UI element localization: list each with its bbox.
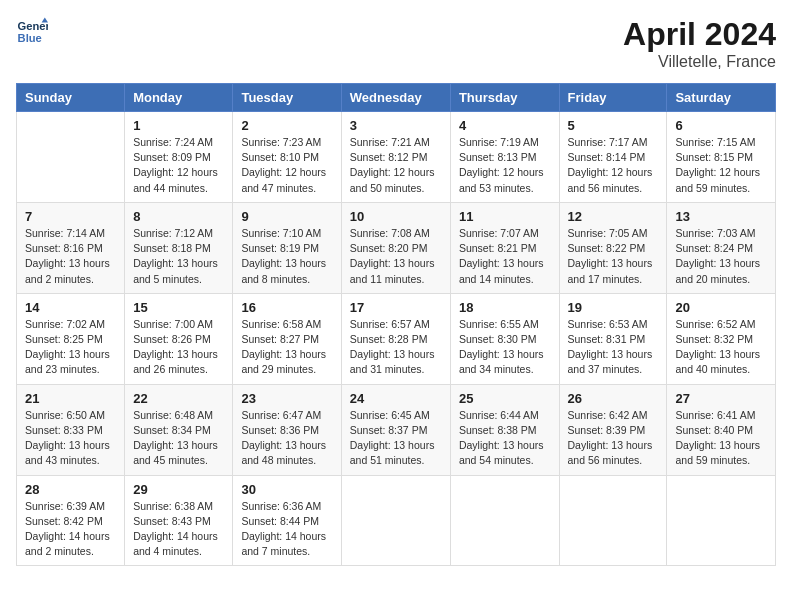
calendar-cell: 26Sunrise: 6:42 AMSunset: 8:39 PMDayligh…	[559, 384, 667, 475]
day-info: Sunrise: 7:10 AMSunset: 8:19 PMDaylight:…	[241, 226, 332, 287]
day-number: 16	[241, 300, 332, 315]
day-number: 18	[459, 300, 551, 315]
calendar-week-row: 21Sunrise: 6:50 AMSunset: 8:33 PMDayligh…	[17, 384, 776, 475]
day-number: 10	[350, 209, 442, 224]
day-number: 14	[25, 300, 116, 315]
day-number: 2	[241, 118, 332, 133]
svg-text:Blue: Blue	[18, 32, 42, 44]
calendar-cell: 10Sunrise: 7:08 AMSunset: 8:20 PMDayligh…	[341, 202, 450, 293]
day-number: 25	[459, 391, 551, 406]
day-number: 26	[568, 391, 659, 406]
day-info: Sunrise: 6:39 AMSunset: 8:42 PMDaylight:…	[25, 499, 116, 560]
calendar-cell: 30Sunrise: 6:36 AMSunset: 8:44 PMDayligh…	[233, 475, 341, 566]
day-info: Sunrise: 7:24 AMSunset: 8:09 PMDaylight:…	[133, 135, 224, 196]
day-number: 7	[25, 209, 116, 224]
weekday-header: Wednesday	[341, 84, 450, 112]
day-info: Sunrise: 7:03 AMSunset: 8:24 PMDaylight:…	[675, 226, 767, 287]
calendar-cell: 25Sunrise: 6:44 AMSunset: 8:38 PMDayligh…	[450, 384, 559, 475]
calendar-cell	[450, 475, 559, 566]
day-info: Sunrise: 7:12 AMSunset: 8:18 PMDaylight:…	[133, 226, 224, 287]
day-number: 28	[25, 482, 116, 497]
day-info: Sunrise: 6:48 AMSunset: 8:34 PMDaylight:…	[133, 408, 224, 469]
calendar-cell: 17Sunrise: 6:57 AMSunset: 8:28 PMDayligh…	[341, 293, 450, 384]
calendar-cell: 5Sunrise: 7:17 AMSunset: 8:14 PMDaylight…	[559, 112, 667, 203]
calendar-cell: 12Sunrise: 7:05 AMSunset: 8:22 PMDayligh…	[559, 202, 667, 293]
day-info: Sunrise: 6:50 AMSunset: 8:33 PMDaylight:…	[25, 408, 116, 469]
title-block: April 2024 Villetelle, France	[623, 16, 776, 71]
logo: General Blue	[16, 16, 48, 48]
calendar-week-row: 28Sunrise: 6:39 AMSunset: 8:42 PMDayligh…	[17, 475, 776, 566]
weekday-header-row: SundayMondayTuesdayWednesdayThursdayFrid…	[17, 84, 776, 112]
calendar-cell	[559, 475, 667, 566]
day-number: 20	[675, 300, 767, 315]
day-info: Sunrise: 6:36 AMSunset: 8:44 PMDaylight:…	[241, 499, 332, 560]
calendar-cell: 9Sunrise: 7:10 AMSunset: 8:19 PMDaylight…	[233, 202, 341, 293]
calendar-cell: 23Sunrise: 6:47 AMSunset: 8:36 PMDayligh…	[233, 384, 341, 475]
day-number: 5	[568, 118, 659, 133]
weekday-header: Monday	[125, 84, 233, 112]
weekday-header: Saturday	[667, 84, 776, 112]
day-number: 23	[241, 391, 332, 406]
day-number: 11	[459, 209, 551, 224]
day-info: Sunrise: 7:00 AMSunset: 8:26 PMDaylight:…	[133, 317, 224, 378]
calendar-title: April 2024	[623, 16, 776, 53]
day-number: 12	[568, 209, 659, 224]
calendar-cell: 8Sunrise: 7:12 AMSunset: 8:18 PMDaylight…	[125, 202, 233, 293]
weekday-header: Thursday	[450, 84, 559, 112]
calendar-week-row: 14Sunrise: 7:02 AMSunset: 8:25 PMDayligh…	[17, 293, 776, 384]
day-info: Sunrise: 7:21 AMSunset: 8:12 PMDaylight:…	[350, 135, 442, 196]
calendar-cell: 22Sunrise: 6:48 AMSunset: 8:34 PMDayligh…	[125, 384, 233, 475]
day-info: Sunrise: 7:02 AMSunset: 8:25 PMDaylight:…	[25, 317, 116, 378]
calendar-cell: 3Sunrise: 7:21 AMSunset: 8:12 PMDaylight…	[341, 112, 450, 203]
calendar-cell: 24Sunrise: 6:45 AMSunset: 8:37 PMDayligh…	[341, 384, 450, 475]
day-number: 4	[459, 118, 551, 133]
calendar-cell: 27Sunrise: 6:41 AMSunset: 8:40 PMDayligh…	[667, 384, 776, 475]
calendar-cell: 21Sunrise: 6:50 AMSunset: 8:33 PMDayligh…	[17, 384, 125, 475]
day-info: Sunrise: 6:57 AMSunset: 8:28 PMDaylight:…	[350, 317, 442, 378]
day-info: Sunrise: 7:05 AMSunset: 8:22 PMDaylight:…	[568, 226, 659, 287]
logo-icon: General Blue	[16, 16, 48, 48]
day-number: 19	[568, 300, 659, 315]
day-number: 24	[350, 391, 442, 406]
day-number: 13	[675, 209, 767, 224]
day-info: Sunrise: 7:17 AMSunset: 8:14 PMDaylight:…	[568, 135, 659, 196]
calendar-cell: 7Sunrise: 7:14 AMSunset: 8:16 PMDaylight…	[17, 202, 125, 293]
day-info: Sunrise: 7:08 AMSunset: 8:20 PMDaylight:…	[350, 226, 442, 287]
day-info: Sunrise: 7:19 AMSunset: 8:13 PMDaylight:…	[459, 135, 551, 196]
calendar-cell: 6Sunrise: 7:15 AMSunset: 8:15 PMDaylight…	[667, 112, 776, 203]
day-number: 8	[133, 209, 224, 224]
day-info: Sunrise: 6:42 AMSunset: 8:39 PMDaylight:…	[568, 408, 659, 469]
day-number: 27	[675, 391, 767, 406]
page-header: General Blue April 2024 Villetelle, Fran…	[16, 16, 776, 71]
calendar-cell	[667, 475, 776, 566]
day-info: Sunrise: 6:44 AMSunset: 8:38 PMDaylight:…	[459, 408, 551, 469]
day-info: Sunrise: 7:14 AMSunset: 8:16 PMDaylight:…	[25, 226, 116, 287]
day-info: Sunrise: 6:45 AMSunset: 8:37 PMDaylight:…	[350, 408, 442, 469]
calendar-cell: 28Sunrise: 6:39 AMSunset: 8:42 PMDayligh…	[17, 475, 125, 566]
day-number: 22	[133, 391, 224, 406]
calendar-cell: 11Sunrise: 7:07 AMSunset: 8:21 PMDayligh…	[450, 202, 559, 293]
calendar-cell: 16Sunrise: 6:58 AMSunset: 8:27 PMDayligh…	[233, 293, 341, 384]
day-number: 17	[350, 300, 442, 315]
day-number: 6	[675, 118, 767, 133]
day-number: 15	[133, 300, 224, 315]
day-info: Sunrise: 7:23 AMSunset: 8:10 PMDaylight:…	[241, 135, 332, 196]
calendar-table: SundayMondayTuesdayWednesdayThursdayFrid…	[16, 83, 776, 566]
weekday-header: Friday	[559, 84, 667, 112]
day-info: Sunrise: 6:41 AMSunset: 8:40 PMDaylight:…	[675, 408, 767, 469]
day-number: 29	[133, 482, 224, 497]
calendar-cell: 18Sunrise: 6:55 AMSunset: 8:30 PMDayligh…	[450, 293, 559, 384]
calendar-cell	[17, 112, 125, 203]
day-info: Sunrise: 6:52 AMSunset: 8:32 PMDaylight:…	[675, 317, 767, 378]
day-number: 21	[25, 391, 116, 406]
day-info: Sunrise: 6:53 AMSunset: 8:31 PMDaylight:…	[568, 317, 659, 378]
weekday-header: Sunday	[17, 84, 125, 112]
calendar-cell: 2Sunrise: 7:23 AMSunset: 8:10 PMDaylight…	[233, 112, 341, 203]
day-number: 3	[350, 118, 442, 133]
day-info: Sunrise: 6:55 AMSunset: 8:30 PMDaylight:…	[459, 317, 551, 378]
calendar-cell	[341, 475, 450, 566]
calendar-cell: 14Sunrise: 7:02 AMSunset: 8:25 PMDayligh…	[17, 293, 125, 384]
calendar-week-row: 1Sunrise: 7:24 AMSunset: 8:09 PMDaylight…	[17, 112, 776, 203]
day-info: Sunrise: 7:07 AMSunset: 8:21 PMDaylight:…	[459, 226, 551, 287]
calendar-location: Villetelle, France	[623, 53, 776, 71]
